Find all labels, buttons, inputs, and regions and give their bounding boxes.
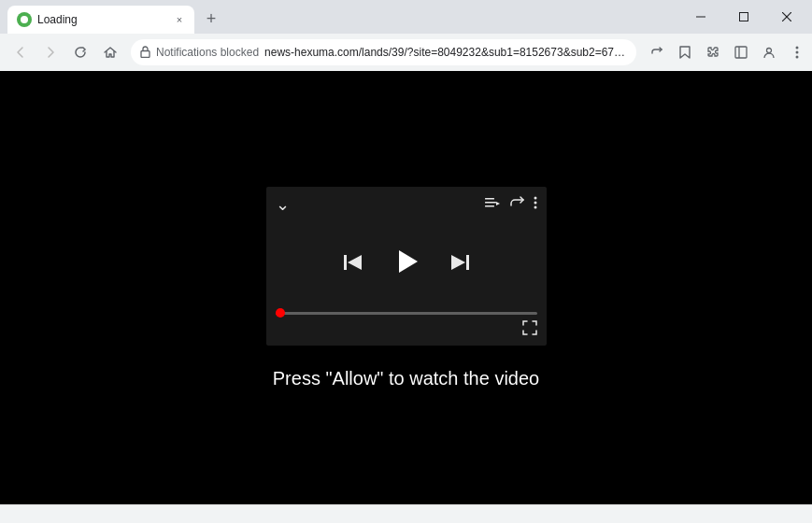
svg-rect-1 [740,13,748,21]
tab-favicon [17,12,32,27]
player-more-icon[interactable] [534,196,537,212]
svg-point-17 [534,206,536,209]
svg-point-7 [767,49,772,53]
svg-point-16 [534,202,536,205]
player-prev-button[interactable] [343,252,363,277]
player-chevron-down-icon[interactable]: ⌄ [276,194,290,215]
new-tab-button[interactable]: + [198,6,224,32]
bookmark-button[interactable] [672,39,698,65]
notifications-blocked-label: Notifications blocked [156,46,259,59]
player-top-bar: ⌄ [266,187,547,219]
url-display: news-hexuma.com/lands/39/?site=8049232&s… [264,46,627,59]
maximize-button[interactable] [722,0,765,34]
title-bar: Loading × + [0,0,812,34]
svg-marker-20 [399,250,418,273]
tabs-area: Loading × + [0,0,679,34]
svg-rect-11 [485,198,494,200]
svg-rect-13 [485,205,494,207]
svg-marker-22 [451,255,465,270]
svg-rect-5 [735,47,747,58]
player-bottom-icons [276,320,537,338]
svg-point-9 [796,51,799,54]
tab-close-button[interactable]: × [172,12,187,27]
svg-point-15 [534,197,536,200]
status-bar [0,504,812,523]
chrome-window: Loading × + [0,0,812,523]
minimize-button[interactable] [679,0,722,34]
player-center-controls [266,219,547,312]
player-bottom-controls [266,312,547,346]
address-bar[interactable]: Notifications blocked news-hexuma.com/la… [131,39,636,65]
refresh-button[interactable] [67,39,93,65]
menu-button[interactable] [784,39,810,65]
player-share-icon[interactable] [509,196,524,212]
page-content: ⌄ [0,71,812,504]
player-next-button[interactable] [449,252,470,277]
svg-rect-21 [466,255,469,270]
player-top-right [485,196,537,212]
svg-rect-0 [696,17,705,18]
forward-button[interactable] [37,39,64,65]
svg-point-8 [796,47,799,49]
close-button[interactable] [765,0,808,34]
window-controls [679,0,812,34]
player-play-button[interactable] [393,248,420,281]
video-player: ⌄ [266,187,547,346]
back-button[interactable] [7,39,34,65]
svg-rect-12 [485,202,496,204]
active-tab[interactable]: Loading × [7,6,194,34]
progress-dot [276,308,285,318]
svg-rect-4 [141,50,150,57]
lock-icon [140,46,150,60]
share-button[interactable] [644,39,670,65]
svg-marker-19 [348,255,362,270]
player-top-left: ⌄ [276,194,290,215]
extension-button[interactable] [700,39,726,65]
svg-rect-18 [344,255,347,270]
player-fullscreen-button[interactable] [522,320,537,338]
cta-text: Press "Allow" to watch the video [273,368,539,389]
svg-point-10 [796,56,799,59]
sidebar-button[interactable] [728,39,754,65]
progress-bar[interactable] [276,312,537,315]
nav-right-icons [644,39,810,65]
svg-marker-14 [496,202,500,205]
home-button[interactable] [97,39,123,65]
tab-title: Loading [37,13,166,26]
player-playlist-icon[interactable] [485,197,500,212]
profile-button[interactable] [756,39,782,65]
navigation-bar: Notifications blocked news-hexuma.com/la… [0,34,812,71]
